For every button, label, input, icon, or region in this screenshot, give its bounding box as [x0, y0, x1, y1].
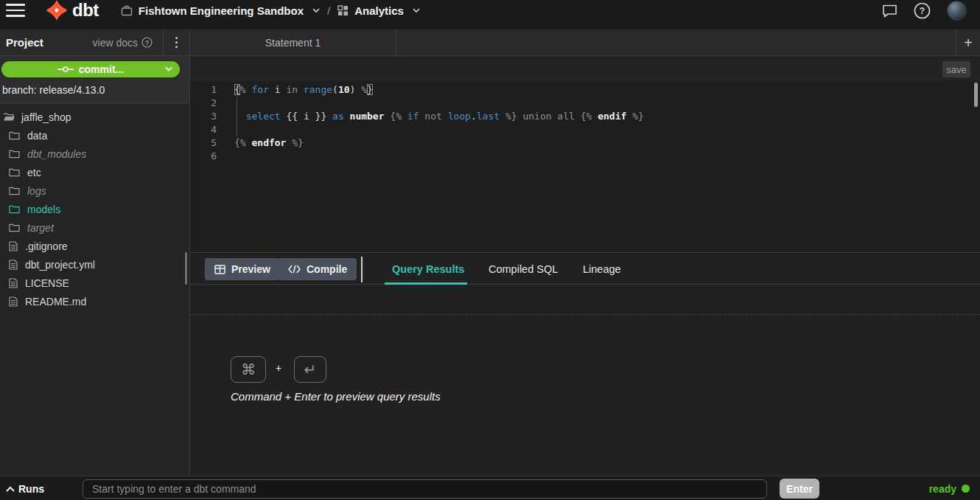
tree-item-logs[interactable]: logs: [0, 181, 189, 200]
tab-query-results[interactable]: Query Results: [392, 254, 464, 285]
status-bar: Runs Enter ready: [0, 476, 980, 500]
line-number: 4: [190, 123, 217, 136]
preview-hint-text: Command + Enter to preview query results: [231, 390, 441, 403]
code-editor[interactable]: 1{% for i in range(10) %}23 select {{ i …: [190, 81, 980, 253]
code-text: {% endfor %}: [217, 136, 304, 150]
chat-bubble-icon: [882, 4, 897, 18]
tree-item-label: data: [27, 130, 47, 142]
dashed-divider: [190, 314, 980, 315]
tree-item-label: models: [27, 204, 60, 215]
sidebar-menu-button[interactable]: [163, 29, 189, 56]
tree-item-label: dbt_project.yml: [25, 259, 95, 271]
code-line-5: 5{% endfor %}: [190, 136, 980, 150]
user-avatar[interactable]: [947, 1, 967, 21]
enter-key-glyph: ↵: [304, 361, 317, 378]
code-line-4: 4: [190, 123, 980, 136]
code-text: [217, 150, 234, 163]
branch-label: branch: release/4.13.0: [0, 77, 189, 97]
folder-icon: [9, 223, 20, 232]
workspace-selector[interactable]: Fishtown Engineering Sandbox: [121, 4, 320, 17]
sidebar-header: Project view docs ?: [0, 29, 189, 56]
tree-item-etc[interactable]: etc: [0, 163, 189, 181]
editor-toolbar: save: [190, 56, 980, 81]
tab-compiled-sql[interactable]: Compiled SQL: [489, 254, 558, 285]
breadcrumb-separator: /: [327, 4, 330, 17]
tree-item-label: target: [27, 222, 54, 234]
tree-item-label: dbt_modules: [27, 148, 86, 160]
command-key: ⌘: [231, 356, 266, 383]
status-dot: [962, 485, 970, 493]
tree-item-license[interactable]: LICENSE: [0, 274, 189, 292]
kebab-icon: [175, 37, 178, 48]
folder-icon: [9, 131, 20, 140]
chevron-down-icon: [165, 66, 172, 72]
tree-item-jaffle-shop[interactable]: jaffle_shop: [0, 108, 189, 126]
compile-button-label: Compile: [307, 263, 347, 275]
svg-text:?: ?: [920, 6, 925, 16]
code-line-3: 3 select {{ i }} as number {% if not loo…: [190, 110, 980, 123]
tree-item-data[interactable]: data: [0, 126, 189, 145]
code-icon: [288, 265, 301, 274]
sidebar-scrollbar[interactable]: [185, 252, 187, 285]
file-icon: [9, 278, 18, 288]
folder-icon: [9, 167, 20, 177]
chevron-up-icon: [6, 486, 15, 492]
chevron-down-icon: [413, 7, 420, 14]
new-tab-button[interactable]: +: [956, 29, 980, 56]
indent-guide: [237, 97, 237, 136]
tab-statement-1[interactable]: Statement 1: [190, 29, 396, 56]
tree-item-dbt-project-yml[interactable]: dbt_project.yml: [0, 255, 189, 274]
file-icon: [9, 296, 18, 307]
top-bar: dbt Fishtown Engineering Sandbox / Analy…: [0, 0, 980, 29]
tree-item-label: jaffle_shop: [21, 111, 71, 123]
line-number: 3: [190, 110, 217, 123]
workspace-name: Fishtown Engineering Sandbox: [139, 4, 304, 17]
status-label: ready: [929, 483, 956, 495]
folder-icon: [9, 204, 20, 214]
code-text: {% for i in range(10) %}: [217, 83, 373, 97]
line-number: 2: [190, 97, 217, 110]
dbt-logo-text: dbt: [72, 0, 99, 21]
enter-key: ↵: [294, 356, 326, 383]
editor-scrollbar[interactable]: [974, 83, 978, 107]
line-number: 5: [190, 136, 217, 150]
tree-item-label: logs: [27, 185, 46, 197]
hamburger-menu-icon[interactable]: [0, 0, 29, 21]
runs-toggle[interactable]: Runs: [6, 476, 44, 500]
tree-item-target[interactable]: target: [0, 218, 189, 237]
table-icon: [214, 265, 225, 274]
command-key-glyph: ⌘: [241, 361, 256, 378]
folder-icon: [9, 149, 20, 159]
folder-open-icon: [3, 112, 15, 122]
preview-button[interactable]: Preview: [205, 258, 280, 280]
file-explorer-sidebar: Project view docs ? commit... branch: re: [0, 29, 190, 476]
commit-button[interactable]: commit...: [1, 61, 180, 77]
plus-separator: +: [276, 362, 281, 374]
tree-item-dbt-modules[interactable]: dbt_modules: [0, 145, 189, 163]
toolbar-divider: [361, 257, 363, 282]
project-name: Analytics: [354, 4, 404, 17]
tree-item-label: .gitignore: [25, 240, 68, 252]
help-button[interactable]: ?: [914, 2, 931, 19]
code-line-2: 2: [190, 97, 980, 110]
tree-item-label: etc: [27, 167, 41, 178]
tab-lineage[interactable]: Lineage: [583, 254, 621, 285]
tree-item-models[interactable]: models: [0, 200, 189, 218]
dbt-command-input[interactable]: [83, 479, 767, 499]
file-tree: jaffle_shopdatadbt_modulesetclogsmodelst…: [0, 104, 189, 310]
compile-button[interactable]: Compile: [279, 258, 357, 280]
tree-item--gitignore[interactable]: .gitignore: [0, 237, 189, 255]
commit-button-label: commit...: [79, 63, 124, 75]
feedback-chat-button[interactable]: [882, 4, 897, 18]
code-line-1: 1{% for i in range(10) %}: [190, 83, 980, 97]
tree-item-readme-md[interactable]: README.md: [0, 292, 189, 310]
enter-button[interactable]: Enter: [780, 479, 819, 499]
save-button[interactable]: save: [942, 61, 970, 77]
project-selector[interactable]: Analytics: [337, 4, 420, 17]
editor-tab-bar: Statement 1 +: [190, 29, 980, 56]
grid-icon: [337, 5, 349, 16]
active-tab-underline: [385, 282, 467, 285]
results-panel: Preview Compile Query ResultsCompiled SQ…: [190, 254, 980, 476]
view-docs-link[interactable]: view docs ?: [93, 37, 163, 49]
results-toolbar: Preview Compile Query ResultsCompiled SQ…: [190, 254, 980, 285]
